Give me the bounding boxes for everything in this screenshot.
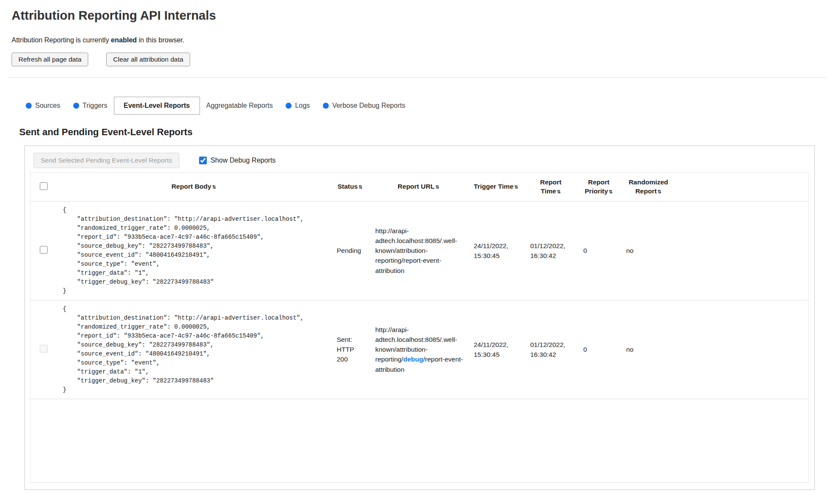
tab-label: Sources bbox=[35, 102, 60, 110]
attribution-internals-page: Attribution Reporting API Internals Attr… bbox=[0, 0, 834, 494]
row-select-checkbox[interactable] bbox=[40, 246, 48, 254]
section-heading: Sent and Pending Event-Level Reports bbox=[19, 127, 815, 138]
sort-icon: ⇅ bbox=[658, 189, 661, 194]
table-header-row: Report Body⇅ Status⇅ Report URL⇅ Trigger… bbox=[30, 173, 809, 202]
header-randomized-report[interactable]: Randomized Report⇅ bbox=[620, 173, 677, 202]
new-data-dot-icon bbox=[286, 103, 292, 109]
tab-sources[interactable]: Sources bbox=[19, 97, 67, 115]
report-row-sent: { "attribution_destination": "http://ara… bbox=[30, 300, 809, 399]
row-select-checkbox-disabled bbox=[40, 345, 48, 353]
report-priority: 0 bbox=[578, 300, 620, 399]
sort-icon: ⇅ bbox=[359, 184, 363, 190]
row-select-cell bbox=[30, 300, 57, 399]
randomized-report: no bbox=[620, 300, 677, 399]
empty-cell bbox=[30, 399, 809, 482]
randomized-report: no bbox=[620, 201, 677, 300]
reports-table: Report Body⇅ Status⇅ Report URL⇅ Trigger… bbox=[30, 172, 809, 483]
filler-cell bbox=[677, 201, 809, 300]
divider bbox=[8, 77, 826, 78]
report-row-pending: { "attribution_destination": "http://ara… bbox=[30, 201, 809, 300]
header-filler bbox=[677, 173, 809, 202]
sort-icon: ⇅ bbox=[435, 184, 439, 190]
tab-verbose-debug-reports[interactable]: Verbose Debug Reports bbox=[316, 97, 412, 115]
tab-bar: Sources Triggers Event-Level Reports Agg… bbox=[19, 97, 815, 115]
report-status: Sent: HTTP 200 bbox=[331, 300, 369, 399]
tab-event-level-reports[interactable]: Event-Level Reports bbox=[114, 97, 200, 115]
empty-table-space bbox=[30, 399, 809, 482]
sort-icon: ⇅ bbox=[557, 189, 561, 194]
report-body: { "attribution_destination": "http://ara… bbox=[57, 300, 331, 399]
select-all-checkbox[interactable] bbox=[40, 182, 48, 190]
refresh-all-page-data-button[interactable]: Refresh all page data bbox=[12, 53, 88, 66]
new-data-dot-icon bbox=[26, 103, 32, 109]
debug-path-highlight: debug bbox=[403, 356, 423, 363]
reports-panel: Send Selected Pending Event-Level Report… bbox=[24, 145, 815, 490]
header-label: Report URL bbox=[398, 183, 435, 190]
header-label: Status bbox=[337, 183, 357, 190]
header-trigger-time[interactable]: Trigger Time⇅ bbox=[468, 173, 524, 202]
filler-cell bbox=[677, 300, 809, 399]
status-prefix: Attribution Reporting is currently bbox=[12, 36, 111, 44]
tab-label: Verbose Debug Reports bbox=[332, 102, 405, 110]
report-body: { "attribution_destination": "http://ara… bbox=[57, 201, 331, 300]
page-title: Attribution Reporting API Internals bbox=[12, 9, 822, 23]
url-text: http://arapi-adtech.localhost:8085/.well… bbox=[375, 227, 457, 274]
tab-triggers[interactable]: Triggers bbox=[67, 97, 114, 115]
content-area: Sources Triggers Event-Level Reports Agg… bbox=[12, 97, 822, 490]
new-data-dot-icon bbox=[73, 103, 79, 109]
header-label: Report Priority bbox=[585, 178, 610, 195]
report-url: http://arapi-adtech.localhost:8085/.well… bbox=[369, 201, 468, 300]
tab-logs[interactable]: Logs bbox=[279, 97, 316, 115]
trigger-time: 24/11/2022, 15:30:45 bbox=[468, 201, 524, 300]
header-report-time[interactable]: Report Time⇅ bbox=[524, 173, 578, 202]
status-enabled-text: enabled bbox=[111, 36, 137, 44]
status-suffix: in this browser. bbox=[137, 36, 185, 44]
report-status: Pending bbox=[331, 201, 369, 300]
tab-label: Aggregatable Reports bbox=[206, 102, 273, 110]
page-actions: Refresh all page data Clear all attribut… bbox=[12, 53, 822, 66]
show-debug-checkbox[interactable] bbox=[199, 157, 207, 164]
header-label: Report Body bbox=[171, 183, 211, 190]
report-time: 01/12/2022, 16:30:42 bbox=[524, 300, 578, 399]
tab-label: Triggers bbox=[83, 102, 107, 110]
reports-controls: Send Selected Pending Event-Level Report… bbox=[30, 153, 809, 168]
trigger-time: 24/11/2022, 15:30:45 bbox=[468, 300, 524, 399]
tab-label: Event-Level Reports bbox=[124, 102, 190, 110]
new-data-dot-icon bbox=[323, 103, 329, 109]
header-report-url[interactable]: Report URL⇅ bbox=[369, 173, 468, 202]
report-time: 01/12/2022, 16:30:42 bbox=[524, 201, 578, 300]
show-debug-toggle: Show Debug Reports bbox=[199, 157, 276, 164]
sort-icon: ⇅ bbox=[514, 184, 518, 190]
clear-all-attribution-data-button[interactable]: Clear all attribution data bbox=[106, 53, 190, 66]
header-report-priority[interactable]: Report Priority⇅ bbox=[578, 173, 620, 202]
tab-aggregatable-reports[interactable]: Aggregatable Reports bbox=[200, 97, 280, 115]
tab-label: Logs bbox=[295, 102, 310, 110]
header-status[interactable]: Status⇅ bbox=[331, 173, 369, 202]
send-selected-reports-button[interactable]: Send Selected Pending Event-Level Report… bbox=[33, 153, 179, 168]
report-url: http://arapi-adtech.localhost:8085/.well… bbox=[369, 300, 468, 399]
report-priority: 0 bbox=[578, 201, 620, 300]
sort-icon: ⇅ bbox=[609, 189, 613, 194]
row-select-cell bbox=[30, 201, 57, 300]
sort-icon: ⇅ bbox=[212, 184, 216, 190]
select-all-header bbox=[30, 173, 57, 202]
status-line: Attribution Reporting is currently enabl… bbox=[12, 36, 822, 44]
show-debug-label: Show Debug Reports bbox=[211, 157, 276, 164]
header-label: Randomized Report bbox=[628, 178, 668, 195]
header-report-body[interactable]: Report Body⇅ bbox=[57, 173, 331, 202]
header-label: Trigger Time bbox=[474, 183, 514, 190]
